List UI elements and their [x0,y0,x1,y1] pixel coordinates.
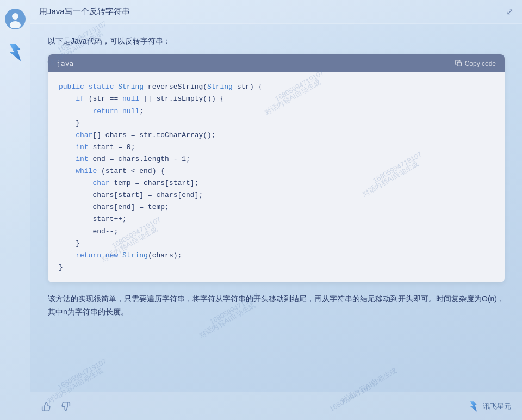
page-title: 用Java写一个反转字符串 [39,7,506,17]
code-language: java [57,59,73,67]
svg-point-1 [10,21,21,28]
code-line: int start = 0; [59,141,494,153]
thumbs-down-icon [60,401,71,412]
like-button[interactable] [41,401,52,412]
code-block: java Copy code public static String reve… [48,54,505,282]
code-line: } [59,238,494,250]
code-line: return new String(chars); [59,250,494,262]
sidebar [0,0,30,420]
code-line: } [59,118,494,129]
svg-point-0 [12,13,18,20]
code-line: while (start < end) { [59,165,494,177]
code-line: if (str == null || str.isEmpty()) { [59,93,494,105]
copy-icon [455,60,462,67]
svg-rect-4 [457,62,461,66]
code-line: chars[end] = temp; [59,201,494,213]
dislike-button[interactable] [60,401,71,412]
bottom-bar: 讯飞星元 [30,392,522,420]
code-header: java Copy code [48,54,505,72]
code-line: chars[start] = chars[end]; [59,189,494,201]
code-content: public static String reverseString(Strin… [48,72,505,282]
code-line: char[] chars = str.toCharArray(); [59,129,494,141]
intro-text: 以下是Java代码，可以反转字符串： [48,35,505,47]
explanation-text: 该方法的实现很简单，只需要遍历字符串，将字符从字符串的开头移动到结尾，再从字符串… [48,292,505,319]
code-line: start++; [59,213,494,225]
brand-name: 讯飞星元 [483,402,511,411]
avatar [5,9,26,29]
bottom-actions [41,401,71,412]
svg-marker-5 [470,401,477,412]
brand-logo: 讯飞星元 [468,400,511,412]
spark-logo-icon[interactable] [5,42,25,62]
main-content: 以下是Java代码，可以反转字符串： java Copy code public… [30,24,522,420]
copy-code-button[interactable]: Copy code [455,60,496,67]
header: 用Java写一个反转字符串 ⤢ [30,0,522,24]
code-line: public static String reverseString(Strin… [59,81,494,93]
svg-marker-3 [10,44,21,61]
code-line: } [59,262,494,274]
code-line: int end = chars.length - 1; [59,153,494,165]
code-line: return null; [59,106,494,118]
code-line: char temp = chars[start]; [59,177,494,189]
expand-icon[interactable]: ⤢ [506,7,513,17]
thumbs-up-icon [41,401,52,412]
code-line: end--; [59,226,494,238]
brand-icon [468,400,480,412]
